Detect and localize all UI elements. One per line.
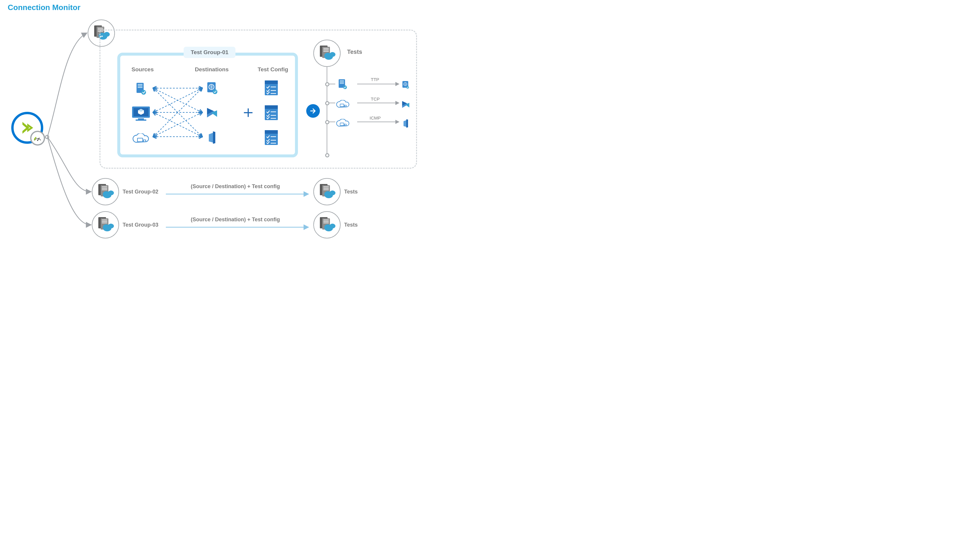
svg-point-68 [407,86,409,88]
tests-label-3: Tests [344,222,358,228]
svg-rect-60 [340,83,344,84]
svg-rect-78 [323,188,329,189]
svg-rect-89 [323,221,329,222]
test-group-3-node [92,211,119,238]
svg-rect-90 [323,222,329,223]
protocol-1-label: TTP [371,77,379,82]
tree-dot-3 [325,120,330,124]
svg-rect-49 [323,51,329,52]
row-3-caption: (Source / Destination) + Test config [191,217,280,223]
svg-rect-27 [265,105,278,109]
tests-row-1-dest-icon [401,79,410,92]
tree-dot-4 [325,153,330,157]
tests-label-1: Tests [347,48,362,55]
svg-rect-72 [102,188,107,189]
dest-office-icon [206,132,219,144]
svg-rect-84 [102,222,107,223]
source-vm-icon [131,106,151,122]
test-group-2-node [92,178,119,205]
svg-point-11 [141,90,146,95]
svg-rect-9 [138,85,142,87]
svg-point-1 [37,140,38,141]
test-config-icon-1 [264,80,278,96]
tests-row-3-source-icon [336,117,350,130]
diagram-title: Connection Monitor [8,3,80,12]
row-3-arrow [166,225,311,231]
dest-dynamics-icon [206,107,219,120]
sources-header: Sources [132,66,154,73]
svg-rect-32 [265,130,278,134]
svg-rect-17 [143,140,146,142]
svg-rect-62 [340,104,344,107]
tests-row-2-source-icon [336,98,350,111]
tests-node-2 [313,178,341,205]
svg-rect-48 [323,49,329,50]
svg-rect-16 [137,138,143,142]
tests-node-1 [313,40,341,67]
row-2-caption: (Source / Destination) + Test config [191,183,280,190]
svg-rect-63 [345,105,346,107]
tests-label-2: Tests [344,189,358,195]
svg-point-20 [212,89,217,94]
svg-rect-71 [102,187,107,187]
svg-rect-59 [340,82,344,83]
svg-rect-10 [138,87,142,88]
svg-rect-8 [138,84,142,85]
source-cloud-icon [132,133,150,145]
svg-point-61 [343,85,347,89]
test-config-icon-2 [264,105,278,121]
svg-rect-47 [323,48,329,49]
destinations-header: Destinations [195,66,229,73]
tree-dot-2 [325,101,330,105]
dest-globe-icon [206,82,219,95]
gauge-icon [30,131,45,145]
svg-rect-73 [102,189,107,190]
test-group-1-tab: Test Group-01 [184,47,236,58]
tree-dot-1 [325,82,330,87]
svg-rect-83 [102,221,107,222]
diagram-canvas: Connection Monitor [0,0,427,245]
tests-row-2-dest-icon [401,98,410,111]
test-config-header: Test Config [258,66,288,73]
tests-row-3-dest-icon [402,117,410,130]
flow-arrow-icon [306,104,320,118]
svg-rect-22 [265,80,278,84]
tests-row-1-source-icon [336,78,349,91]
svg-rect-15 [136,120,146,121]
svg-rect-77 [323,187,329,187]
source-server-icon [134,82,147,95]
plus-icon: ＋ [240,103,256,120]
svg-rect-82 [102,220,107,220]
protocol-3-label: ICMP [370,115,381,120]
protocol-2-label: TCP [371,97,380,102]
row-2-arrow [166,192,311,198]
test-group-2-label: Test Group-02 [123,189,159,195]
branch-origin-dot [45,135,49,139]
svg-rect-14 [138,118,144,120]
svg-rect-64 [340,123,344,126]
svg-rect-88 [323,220,329,220]
svg-rect-79 [323,189,329,190]
svg-rect-65 [345,124,346,126]
test-config-icon-3 [264,130,278,145]
test-group-3-label: Test Group-03 [123,222,159,228]
svg-rect-58 [340,80,344,82]
svg-rect-4 [98,28,103,29]
tests-node-3 [313,211,341,238]
